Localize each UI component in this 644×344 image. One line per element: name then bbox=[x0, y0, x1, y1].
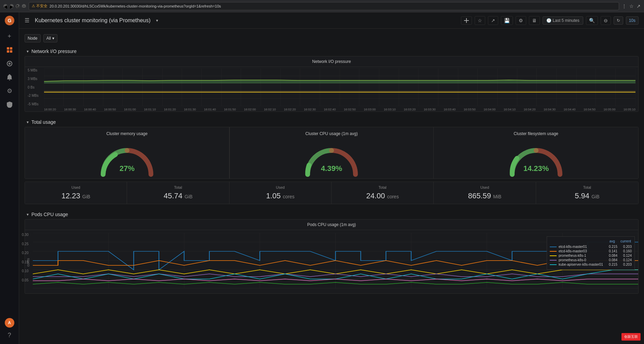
svg-text:G: G bbox=[8, 18, 11, 23]
legend-item-4: kube-apiserver-k8s-master01 0.215 0.203 bbox=[550, 262, 632, 267]
x-label-7: 16:01:30 bbox=[184, 108, 196, 111]
refresh-button[interactable]: ↻ bbox=[614, 16, 623, 25]
filesystem-gauge: 14.23% bbox=[505, 140, 567, 174]
pods-cpu-chart-title: Pods CPU usage (1m avg) bbox=[25, 220, 638, 230]
x-label-4: 16:01:00 bbox=[124, 108, 136, 111]
cpu-gauge-title: Cluster CPU usage (1m avg) bbox=[305, 131, 358, 136]
grafana-logo[interactable]: G bbox=[4, 15, 15, 26]
dashboard-title: Kubernetes cluster monitoring (via Prome… bbox=[35, 17, 151, 24]
time-range-label: Last 5 minutes bbox=[553, 18, 579, 23]
pods-cpu-section: ▼ Pods CPU usage Pods CPU usage (1m avg)… bbox=[25, 210, 639, 294]
cpu-gauge: 4.39% bbox=[301, 140, 362, 174]
dashboard-body: Node All ▾ ▼ Network I/O pressure Networ… bbox=[19, 29, 644, 302]
refresh-interval: 10s bbox=[626, 16, 639, 25]
browser-refresh-button[interactable]: ↻ bbox=[16, 4, 20, 8]
main-content: ☰ Kubernetes cluster monitoring (via Pro… bbox=[19, 12, 644, 344]
stat-memory-total-value: 45.74 GiB bbox=[164, 191, 193, 200]
sidebar-alerts-icon[interactable] bbox=[3, 71, 16, 83]
svg-rect-2 bbox=[7, 47, 9, 50]
sidebar-dashboard-icon[interactable] bbox=[3, 44, 16, 56]
time-range-button[interactable]: 🕐 Last 5 minutes bbox=[543, 16, 583, 25]
browser-bar: ◀ ▶ ↻ ⌂ ⚠ 不安全 20.0.20.201:30030/d/hLSCcx… bbox=[0, 0, 644, 12]
svg-point-8 bbox=[9, 80, 10, 80]
pods-cpu-section-header[interactable]: ▼ Pods CPU usage bbox=[25, 210, 639, 219]
filesystem-gauge-title: Cluster filesystem usage bbox=[514, 131, 558, 136]
stat-cpu-total: Total 24.00 cores bbox=[332, 182, 434, 204]
x-label-21: 16:03:50 bbox=[464, 108, 476, 111]
pods-y-005: 0.05 bbox=[22, 278, 28, 282]
x-label-9: 16:01:50 bbox=[224, 108, 236, 111]
total-usage-title: Total usage bbox=[31, 119, 56, 125]
share-button[interactable]: ↗ bbox=[636, 3, 641, 9]
y-label-3mbs: 3 MBs bbox=[28, 77, 39, 81]
extensions-button[interactable]: ⋮ bbox=[622, 3, 627, 9]
memory-gauge-panel: Cluster memory usage bbox=[25, 127, 229, 178]
bookmark-button[interactable]: ☆ bbox=[629, 3, 634, 9]
sidebar-help-icon[interactable]: ? bbox=[3, 329, 16, 341]
sidebar-add-icon[interactable]: + bbox=[3, 30, 16, 42]
stat-cpu-total-label: Total bbox=[379, 185, 387, 189]
stats-row: Used 12.23 GiB Total 45.74 GiB bbox=[25, 182, 639, 204]
network-io-section: ▼ Network I/O pressure Network I/O press… bbox=[25, 47, 639, 112]
dashboard-dropdown-icon[interactable]: ▾ bbox=[156, 18, 158, 23]
x-label-13: 16:02:30 bbox=[304, 108, 316, 111]
pods-cpu-chart-panel: Pods CPU usage (1m avg) cores 0.30 0.25 … bbox=[25, 219, 639, 294]
hamburger-icon[interactable]: ☰ bbox=[25, 17, 29, 24]
url-text: 20.0.20.201:30030/d/hLSCcx5Wk/kubernetes… bbox=[50, 4, 221, 8]
sidebar-settings-icon[interactable]: ⚙ bbox=[3, 85, 16, 97]
x-label-24: 16:04:20 bbox=[523, 108, 535, 111]
sidebar-explore-icon[interactable] bbox=[3, 57, 16, 70]
x-label-8: 16:01:40 bbox=[204, 108, 216, 111]
search-button[interactable]: 🔍 bbox=[586, 16, 598, 25]
filter-row: Node All ▾ bbox=[25, 31, 639, 45]
legend-color-2 bbox=[550, 255, 557, 256]
tv-mode-button[interactable]: 🖥 bbox=[529, 16, 540, 25]
legend-item-1: etcd-k8s-master03 0.141 0.160 bbox=[550, 249, 632, 253]
legend-avg-2: 0.084 bbox=[605, 254, 617, 257]
svg-point-48 bbox=[114, 153, 117, 156]
settings-button[interactable]: ⚙ bbox=[516, 16, 526, 25]
legend-header: avg current bbox=[550, 239, 632, 243]
total-usage-section-header[interactable]: ▼ Total usage bbox=[25, 117, 639, 127]
node-filter-label: Node bbox=[25, 34, 41, 42]
legend-item-0: etcd-k8s-master01 0.215 0.203 bbox=[550, 244, 632, 249]
svg-rect-5 bbox=[10, 50, 12, 53]
sidebar-shield-icon[interactable] bbox=[3, 98, 16, 111]
x-label-10: 16:02:00 bbox=[244, 108, 256, 111]
add-panel-button[interactable] bbox=[461, 16, 472, 25]
memory-gauge-title: Cluster memory usage bbox=[106, 131, 148, 136]
node-filter-select[interactable]: All ▾ bbox=[43, 34, 57, 42]
svg-rect-3 bbox=[10, 47, 12, 50]
pods-y-010: 0.10 bbox=[22, 269, 28, 273]
x-label-18: 16:03:20 bbox=[404, 108, 416, 111]
star-button[interactable]: ☆ bbox=[475, 16, 485, 25]
top-bar-actions: ☆ ↗ 💾 ⚙ 🖥 🕐 Last 5 minutes 🔍 ⊖ ↻ 10s bbox=[461, 16, 639, 25]
stat-fs-total-value: 5.94 GiB bbox=[575, 191, 599, 200]
x-label-28: 16:05:00 bbox=[603, 108, 615, 111]
cpu-gauge-panel: Cluster CPU usage (1m avg) bbox=[229, 127, 434, 178]
total-usage-chevron: ▼ bbox=[26, 120, 29, 124]
zoom-out-button[interactable]: ⊖ bbox=[601, 16, 611, 25]
network-io-section-header[interactable]: ▼ Network I/O pressure bbox=[25, 47, 639, 56]
legend-color-3 bbox=[550, 260, 557, 261]
pods-y-020: 0.20 bbox=[22, 251, 28, 255]
address-bar[interactable]: ⚠ 不安全 20.0.20.201:30030/d/hLSCcx5Wk/kube… bbox=[29, 2, 619, 10]
x-label-15: 16:02:50 bbox=[344, 108, 356, 111]
stat-cpu-used-value: 1.05 cores bbox=[266, 191, 294, 200]
sidebar: G + ⚙ bbox=[0, 12, 19, 344]
legend-current-1: 0.160 bbox=[619, 249, 632, 253]
total-usage-section: ▼ Total usage Cluster memory usage bbox=[25, 117, 639, 204]
stat-fs-total-label: Total bbox=[583, 185, 591, 189]
network-io-title: Network I/O pressure bbox=[31, 49, 76, 54]
x-label-27: 16:04:50 bbox=[584, 108, 596, 111]
legend-name-2: prometheus-k8s-1 bbox=[559, 254, 603, 257]
save-button[interactable]: 💾 bbox=[501, 16, 513, 25]
home-button[interactable]: ⌂ bbox=[22, 4, 26, 8]
pods-y-015: 0.15 bbox=[22, 260, 28, 264]
legend-current-0: 0.203 bbox=[619, 245, 632, 249]
user-avatar[interactable]: A bbox=[5, 318, 14, 328]
share-button[interactable]: ↗ bbox=[488, 16, 498, 25]
legend-avg-3: 0.084 bbox=[605, 258, 617, 262]
forward-button[interactable]: ▶ bbox=[10, 4, 14, 8]
back-button[interactable]: ◀ bbox=[3, 4, 8, 8]
